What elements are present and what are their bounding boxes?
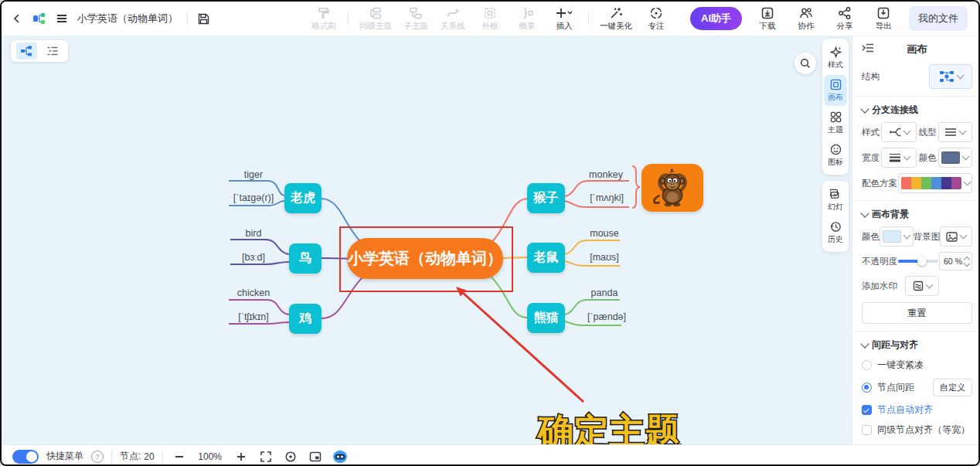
bg-image-dropdown[interactable] [940, 226, 972, 247]
my-files-button[interactable]: 我的文件 [909, 6, 968, 31]
fullscreen-button[interactable] [257, 451, 274, 463]
quick-menu-toggle[interactable] [12, 450, 39, 464]
share-button[interactable]: 分享 [832, 6, 858, 32]
node-spacing-label[interactable]: 节点间距 [877, 381, 914, 394]
back-icon[interactable] [11, 12, 23, 25]
help-icon[interactable]: ? [91, 451, 104, 463]
panel-title: 画布 [862, 43, 972, 56]
tab-icons[interactable]: 图标 [824, 140, 847, 171]
word-label-mouse[interactable]: mouse [583, 228, 626, 239]
tab-theme[interactable]: 主题 [824, 107, 847, 138]
tab-slides[interactable]: 幻灯 [824, 185, 847, 216]
collapse-panel-icon[interactable] [862, 43, 874, 56]
topic-node-monkey[interactable]: 猴子 [527, 183, 565, 213]
phonetic-label-bird[interactable]: [bɜːd] [232, 252, 275, 263]
word-label-tiger[interactable]: tiger [229, 169, 278, 180]
line-type-dropdown[interactable] [938, 122, 972, 142]
phonetic-label-mouse[interactable]: [maʊs] [583, 252, 626, 263]
word-label-chicken[interactable]: chicken [229, 287, 278, 298]
topic-node-chicken[interactable]: 鸡 [289, 304, 322, 334]
chevron-down-icon [962, 153, 970, 161]
compact-radio[interactable] [862, 360, 872, 370]
scheme-color [951, 177, 961, 189]
opacity-value: 60 [944, 257, 953, 266]
line-style-dropdown[interactable] [881, 122, 917, 142]
zoom-level[interactable]: 100% [196, 451, 225, 462]
menu-icon[interactable] [56, 12, 68, 25]
node-spacing-radio[interactable] [862, 383, 872, 393]
phonetic-label-monkey[interactable]: [ˈmʌŋki] [583, 192, 631, 203]
panel-tab-strip-2: 幻灯 历史 [822, 181, 849, 252]
search-icon [800, 58, 811, 69]
outline-view-button[interactable] [43, 43, 63, 60]
watermark-dropdown[interactable] [905, 276, 939, 296]
save-icon[interactable] [197, 12, 210, 26]
spacing-section-header[interactable]: 间距与对齐 [862, 338, 972, 352]
download-button[interactable]: 下载 [754, 6, 781, 32]
divider [111, 450, 112, 464]
stepper-arrows-icon[interactable] [965, 257, 969, 266]
tab-canvas[interactable]: 画布 [824, 75, 847, 106]
word-label-monkey[interactable]: monkey [583, 169, 629, 180]
tool-outer-frame[interactable]: 外框 [477, 6, 503, 32]
ai-assistant-button[interactable]: AI助手 [690, 7, 742, 30]
watermark-icon [913, 281, 924, 291]
auto-align-checkbox[interactable] [862, 405, 872, 415]
export-icon [876, 6, 890, 20]
slides-icon [830, 189, 842, 200]
collaborate-button[interactable]: 协作 [793, 6, 819, 32]
zoom-in-button[interactable] [233, 451, 250, 462]
tab-history[interactable]: 历史 [824, 217, 847, 248]
opacity-slider[interactable] [898, 260, 938, 263]
opacity-stepper[interactable]: 60 % [939, 252, 972, 270]
root-topic-node[interactable]: 小学英语（动物单词） [347, 238, 503, 279]
word-label-bird[interactable]: bird [232, 228, 275, 239]
locate-center-button[interactable] [282, 451, 299, 463]
phonetic-label-tiger[interactable]: [ˈtaɪgə(r)] [227, 192, 280, 203]
monkey-image-node[interactable] [641, 164, 703, 212]
line-width-dropdown[interactable] [881, 148, 917, 168]
export-button[interactable]: 导出 [870, 6, 897, 32]
sibling-align-checkbox[interactable] [862, 425, 872, 435]
compact-label[interactable]: 一键变紧凑 [877, 359, 924, 372]
summary-brace-icon [520, 6, 534, 20]
minimap-button[interactable] [307, 451, 324, 463]
structure-dropdown[interactable] [929, 64, 972, 89]
app-logo-icon[interactable] [32, 12, 46, 26]
divider [187, 12, 188, 26]
canvas-search-button[interactable] [795, 53, 816, 74]
branch-lines-section-header[interactable]: 分支连接线 [862, 104, 972, 117]
word-label-panda[interactable]: panda [583, 287, 626, 298]
assistant-robot-icon[interactable] [332, 450, 349, 464]
auto-align-label[interactable]: 节点自动对齐 [877, 403, 933, 417]
bg-color-dropdown[interactable] [880, 226, 914, 247]
line-color-dropdown[interactable] [938, 148, 972, 168]
tab-style[interactable]: 样式 [824, 43, 847, 73]
structure-glyph-icon [939, 70, 954, 83]
tool-sub-topic[interactable]: 子主题 [403, 6, 429, 32]
tool-relation-line[interactable]: 关系线 [440, 6, 466, 32]
background-section-header[interactable]: 画布背景 [862, 208, 972, 221]
tool-beautify[interactable]: 一键美化 [600, 6, 632, 32]
topic-node-panda[interactable]: 熊猫 [527, 303, 565, 333]
topic-node-bird[interactable]: 鸟 [289, 243, 322, 274]
tool-sibling-topic[interactable]: 同级主题 [359, 6, 392, 32]
quick-menu-label: 快捷菜单 [46, 450, 83, 463]
tool-format-brush[interactable]: 格式刷 [311, 6, 337, 32]
divider [162, 450, 163, 464]
topic-node-tiger[interactable]: 老虎 [284, 183, 322, 213]
tool-focus[interactable]: 专注 [643, 6, 669, 32]
mindmap-view-button[interactable] [16, 43, 37, 60]
tool-summary[interactable]: 概要 [514, 6, 540, 32]
line-type-label: 线型 [919, 127, 937, 138]
color-scheme-dropdown[interactable] [898, 173, 972, 193]
reset-button[interactable]: 重置 [862, 302, 972, 324]
phonetic-label-chicken[interactable]: [ˈtʃɪkɪn] [229, 311, 278, 322]
tool-insert[interactable]: 插入 [551, 6, 577, 32]
topic-node-mouse[interactable]: 老鼠 [527, 243, 565, 273]
zoom-out-button[interactable] [171, 451, 188, 462]
opacity-slider-knob[interactable] [917, 257, 927, 266]
sibling-align-label[interactable]: 同级节点对齐（等宽） [877, 423, 970, 437]
phonetic-label-panda[interactable]: [ˈpændə] [583, 311, 631, 322]
custom-spacing-button[interactable]: 自定义 [933, 379, 972, 396]
